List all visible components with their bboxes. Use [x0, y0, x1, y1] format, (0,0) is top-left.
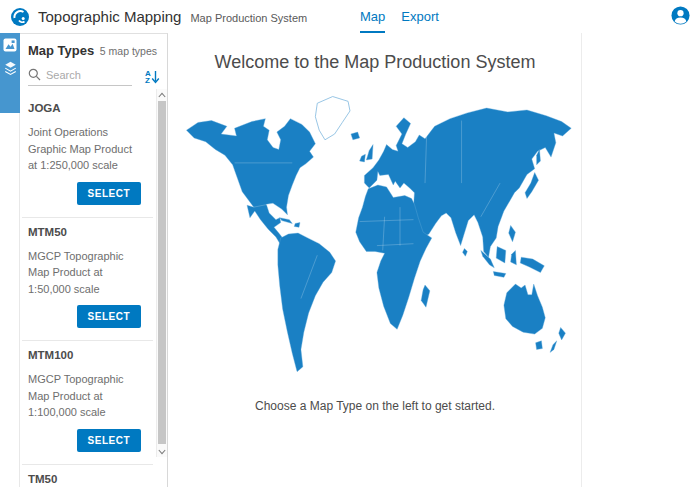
app-header: Topographic Mapping Map Production Syste… — [0, 0, 699, 33]
map-type-card-mtm100: MTM100 MGCP Topographic Map Product at 1… — [20, 341, 155, 464]
map-types-panel: Map Types 5 map types A Z — [20, 33, 168, 487]
sort-az-icon[interactable]: A Z — [145, 70, 160, 84]
search-box[interactable] — [28, 68, 132, 86]
map-types-header: Map Types 5 map types — [20, 34, 167, 58]
search-input[interactable] — [46, 69, 124, 81]
map-type-count: 5 map types — [100, 45, 157, 57]
map-type-card-tm50: TM50 Topographic Map Product at 1:50,000… — [20, 465, 155, 487]
search-row: A Z — [28, 68, 167, 86]
select-button-mtm100[interactable]: SELECT — [77, 429, 141, 452]
select-button-mtm50[interactable]: SELECT — [77, 305, 141, 328]
main-content: Welcome to the Map Production System — [169, 33, 582, 487]
tool-strip-active-group — [0, 33, 20, 113]
map-type-list: JOGA Joint Operations Graphic Map Produc… — [20, 94, 167, 486]
map-type-description: MGCP Topographic Map Product at 1:50,000… — [28, 248, 141, 298]
map-type-card-mtm50: MTM50 MGCP Topographic Map Product at 1:… — [20, 218, 155, 341]
nav-tab-map[interactable]: Map — [360, 9, 385, 33]
scrollbar-thumb[interactable] — [158, 101, 166, 444]
tool-strip-spacer — [0, 113, 20, 487]
map-type-name: JOGA — [28, 102, 141, 114]
app-title: Topographic Mapping — [38, 8, 181, 25]
tool-strip — [0, 33, 20, 487]
world-map-container — [169, 87, 581, 385]
sidebar-scrollbar[interactable] — [156, 89, 167, 457]
sort-direction-arrow — [151, 70, 160, 84]
nav-tab-export[interactable]: Export — [401, 9, 439, 33]
panel-title: Map Types — [28, 43, 94, 58]
world-map-image — [173, 87, 577, 385]
app-subtitle: Map Production System — [190, 12, 307, 24]
welcome-title: Welcome to the Map Production System — [169, 52, 581, 73]
top-nav: Map Export — [360, 0, 439, 33]
map-type-name: TM50 — [28, 473, 141, 485]
map-type-card-joga: JOGA Joint Operations Graphic Map Produc… — [20, 94, 155, 217]
layers-icon[interactable] — [3, 60, 18, 77]
scroll-down-icon[interactable] — [157, 446, 167, 457]
user-avatar-icon[interactable] — [671, 6, 690, 25]
map-type-name: MTM100 — [28, 349, 141, 361]
scroll-up-icon[interactable] — [157, 89, 167, 100]
map-type-description: MGCP Topographic Map Product at 1:100,00… — [28, 371, 141, 421]
map-type-name: MTM50 — [28, 226, 141, 238]
select-button-joga[interactable]: SELECT — [77, 182, 141, 205]
search-icon — [28, 68, 41, 81]
helper-text: Choose a Map Type on the left to get sta… — [169, 399, 581, 413]
app-logo-icon — [10, 7, 30, 27]
map-type-description: Joint Operations Graphic Map Product at … — [28, 124, 141, 174]
app-window: Topographic Mapping Map Production Syste… — [0, 0, 699, 487]
map-preview-icon[interactable] — [3, 38, 17, 52]
